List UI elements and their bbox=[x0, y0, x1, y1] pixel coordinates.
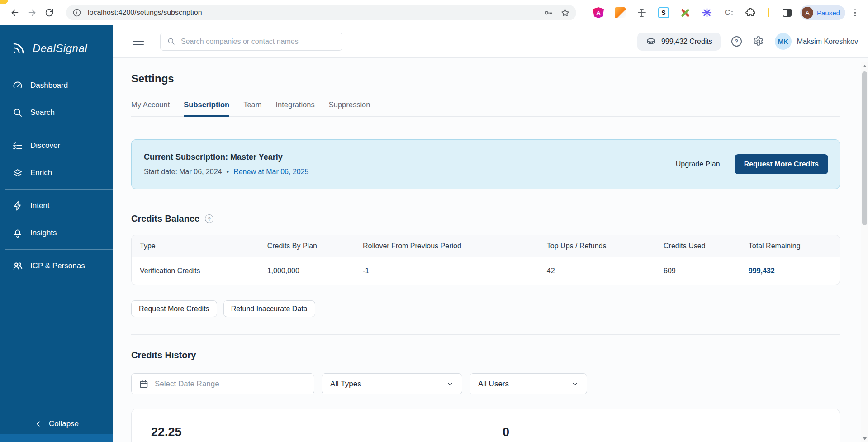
tab-suppression[interactable]: Suppression bbox=[329, 100, 370, 116]
vertical-scrollbar[interactable] bbox=[861, 62, 868, 442]
extensions-menu-button[interactable] bbox=[745, 7, 756, 19]
menu-toggle-button[interactable] bbox=[131, 36, 146, 48]
request-more-credits-primary-button[interactable]: Request More Credits bbox=[735, 154, 828, 174]
extension-clock[interactable]: C bbox=[723, 7, 735, 19]
credits-history-stats-card: 22.25 0 bbox=[131, 409, 840, 442]
password-key-icon[interactable] bbox=[544, 8, 553, 18]
sidebar-item-label: Discover bbox=[30, 141, 60, 150]
sidebar-item-icp-personas[interactable]: ICP & Personas bbox=[0, 252, 113, 280]
settings-gear-button[interactable] bbox=[753, 36, 764, 47]
nav-group-1: Dashboard Search bbox=[0, 69, 113, 129]
credits-balance-table: Type Credits By Plan Rollover From Previ… bbox=[131, 235, 840, 285]
user-menu[interactable]: MK Maksim Koreshkov bbox=[775, 33, 858, 50]
browser-forward-button[interactable] bbox=[24, 4, 41, 21]
sidebar-item-dashboard[interactable]: Dashboard bbox=[0, 72, 113, 99]
asterisk-icon bbox=[702, 7, 712, 18]
credits-balance-title: Credits Balance bbox=[131, 214, 199, 224]
start-date-text: Start date: Mar 06, 2024 bbox=[144, 168, 222, 176]
credits-balance-help-icon[interactable]: ? bbox=[205, 214, 213, 223]
tab-subscription[interactable]: Subscription bbox=[184, 100, 229, 116]
tab-integrations[interactable]: Integrations bbox=[276, 100, 315, 116]
sidebar-item-label: Dashboard bbox=[30, 81, 68, 90]
section-divider bbox=[131, 334, 840, 335]
global-search-input[interactable] bbox=[181, 38, 336, 46]
scroll-down-arrow[interactable] bbox=[861, 435, 868, 442]
tab-my-account[interactable]: My Account bbox=[131, 100, 170, 116]
request-more-credits-button[interactable]: Request More Credits bbox=[131, 300, 217, 317]
extension-pencils[interactable] bbox=[679, 7, 691, 19]
credits-history-filters: Select Date Range All Types All Users bbox=[131, 373, 840, 394]
sidebar-item-discover[interactable]: Discover bbox=[0, 132, 113, 159]
brand[interactable]: DealSignal bbox=[0, 25, 113, 69]
renew-date-link[interactable]: Renew at Mar 06, 2025 bbox=[233, 168, 308, 176]
upgrade-plan-button[interactable]: Upgrade Plan bbox=[676, 160, 720, 168]
url-text[interactable]: localhost:4200/settings/subscription bbox=[88, 9, 536, 17]
col-rollover: Rollover From Previous Period bbox=[355, 242, 539, 250]
cell-total-remaining-link[interactable]: 999,432 bbox=[740, 267, 840, 275]
checklist-icon bbox=[12, 140, 23, 151]
types-filter-select[interactable]: All Types bbox=[322, 373, 462, 394]
browser-menu-button[interactable] bbox=[852, 6, 859, 19]
brand-name: DealSignal bbox=[33, 42, 87, 55]
people-icon bbox=[12, 261, 23, 271]
dot-separator: • bbox=[227, 168, 229, 176]
sidebar-item-enrich[interactable]: Enrich bbox=[0, 159, 113, 186]
browser-reload-button[interactable] bbox=[41, 4, 58, 21]
search-icon bbox=[167, 37, 175, 46]
back-arrow-icon bbox=[10, 8, 20, 18]
sidebar-item-label: Insights bbox=[30, 228, 57, 238]
sidebar-item-search[interactable]: Search bbox=[0, 99, 113, 126]
global-search[interactable] bbox=[160, 33, 342, 51]
credits-history-title: Credits History bbox=[131, 350, 196, 361]
tab-team[interactable]: Team bbox=[243, 100, 261, 116]
credits-badge[interactable]: 999,432 Credits bbox=[637, 33, 721, 51]
bell-icon bbox=[12, 228, 23, 238]
col-total-remaining: Total Remaining bbox=[740, 242, 840, 250]
users-filter-select[interactable]: All Users bbox=[470, 373, 587, 394]
stat-value-right: 0 bbox=[503, 425, 509, 439]
nav-group-2: Discover Enrich bbox=[0, 129, 113, 189]
sidebar-item-label: Enrich bbox=[30, 168, 52, 177]
refund-inaccurate-data-button[interactable]: Refund Inaccurate Data bbox=[223, 300, 315, 317]
app-header: 999,432 Credits ? MK Maksim Koreshkov bbox=[113, 25, 868, 58]
app-shell: DealSignal Dashboard Search Discover bbox=[0, 25, 868, 442]
cell-type: Verification Credits bbox=[132, 267, 259, 275]
chevron-down-icon bbox=[446, 380, 454, 388]
browser-profile-button[interactable]: A Paused bbox=[800, 5, 845, 20]
date-range-picker[interactable]: Select Date Range bbox=[131, 373, 314, 394]
banner-actions: Upgrade Plan Request More Credits bbox=[676, 154, 828, 174]
side-panel-button[interactable] bbox=[781, 7, 793, 19]
user-avatar: MK bbox=[775, 33, 792, 50]
scrollbar-thumb[interactable] bbox=[862, 71, 867, 225]
settings-tabs: My Account Subscription Team Integration… bbox=[131, 100, 840, 117]
lightning-icon bbox=[12, 200, 23, 211]
user-name: Maksim Koreshkov bbox=[797, 38, 858, 46]
settings-content: Settings My Account Subscription Team In… bbox=[113, 58, 868, 442]
extension-s[interactable]: S bbox=[658, 7, 669, 19]
crosshair-icon bbox=[636, 7, 647, 18]
extension-orange[interactable] bbox=[614, 7, 626, 19]
sidebar-item-intent[interactable]: Intent bbox=[0, 192, 113, 219]
c-colon-dots bbox=[731, 11, 733, 15]
site-info-icon[interactable] bbox=[72, 8, 81, 17]
reload-icon bbox=[44, 8, 54, 18]
orange-app-icon bbox=[615, 7, 626, 18]
users-filter-value: All Users bbox=[478, 380, 509, 389]
help-button[interactable]: ? bbox=[731, 36, 742, 47]
chevron-left-icon bbox=[34, 420, 43, 428]
extension-crosshair[interactable] bbox=[636, 7, 648, 19]
scroll-up-arrow[interactable] bbox=[861, 62, 868, 69]
browser-window: localhost:4200/settings/subscription A S… bbox=[0, 0, 868, 442]
bookmark-star-icon[interactable] bbox=[560, 8, 570, 18]
extension-asterisk[interactable] bbox=[701, 7, 713, 19]
extension-angular[interactable]: A bbox=[593, 7, 604, 19]
question-icon: ? bbox=[735, 38, 738, 45]
col-top-ups: Top Ups / Refunds bbox=[539, 242, 655, 250]
forward-arrow-icon bbox=[27, 8, 37, 18]
sidebar-item-insights[interactable]: Insights bbox=[0, 219, 113, 247]
address-bar[interactable]: localhost:4200/settings/subscription bbox=[66, 5, 576, 20]
layers-icon bbox=[12, 167, 23, 178]
profile-avatar: A bbox=[802, 7, 813, 19]
browser-back-button[interactable] bbox=[6, 4, 24, 21]
sidebar: DealSignal Dashboard Search Discover bbox=[0, 25, 113, 442]
